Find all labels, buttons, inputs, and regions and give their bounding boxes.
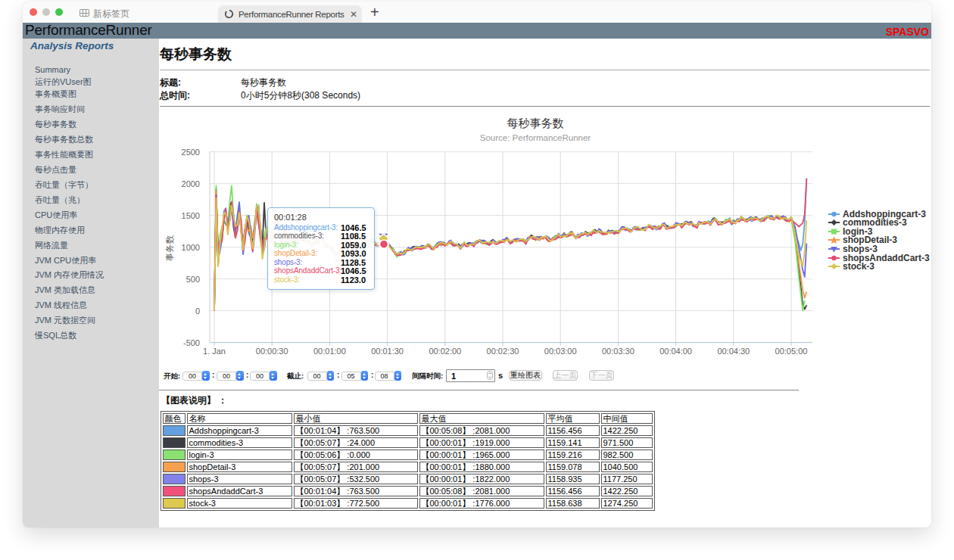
svg-text:每秒事务数: 每秒事务数 bbox=[507, 117, 564, 129]
svg-text:00:04:00: 00:04:00 bbox=[659, 347, 692, 356]
svg-text:00:01:00: 00:01:00 bbox=[313, 347, 346, 356]
svg-text:00:01:30: 00:01:30 bbox=[371, 347, 404, 356]
svg-text:00:02:30: 00:02:30 bbox=[487, 347, 519, 356]
svg-text:00:03:30: 00:03:30 bbox=[602, 347, 634, 356]
svg-text:1000: 1000 bbox=[182, 243, 200, 252]
svg-text:00:03:00: 00:03:00 bbox=[544, 347, 577, 356]
svg-text:1. Jan: 1. Jan bbox=[203, 347, 226, 356]
svg-text:0: 0 bbox=[195, 306, 200, 316]
svg-text:500: 500 bbox=[186, 275, 200, 284]
svg-text:00:00:30: 00:00:30 bbox=[256, 347, 288, 356]
svg-text:Source: PerformanceRunner: Source: PerformanceRunner bbox=[480, 133, 591, 142]
svg-text:-500: -500 bbox=[183, 338, 200, 347]
svg-text:00:05:00: 00:05:00 bbox=[775, 347, 808, 356]
svg-text:1500: 1500 bbox=[182, 211, 200, 220]
svg-text:00:04:30: 00:04:30 bbox=[717, 347, 750, 356]
svg-text:2500: 2500 bbox=[182, 148, 200, 157]
svg-text:事务数: 事务数 bbox=[165, 235, 174, 261]
svg-text:2000: 2000 bbox=[182, 179, 200, 188]
svg-text:00:02:00: 00:02:00 bbox=[429, 347, 461, 356]
